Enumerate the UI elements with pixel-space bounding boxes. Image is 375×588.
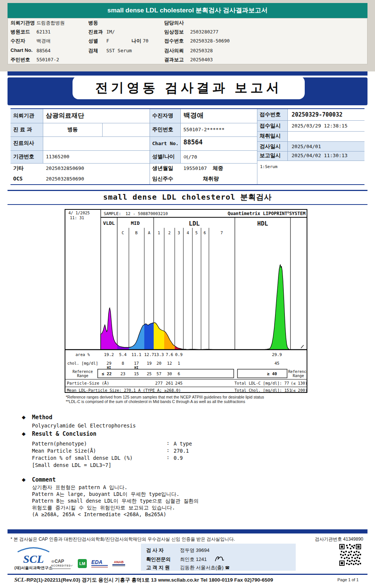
chol-value: 19 xyxy=(147,361,151,366)
total-chol: Total Chol. [mg/dl]: 151 xyxy=(234,388,292,393)
ref-value: 57 xyxy=(156,371,161,376)
sublane-label: 4 xyxy=(187,230,189,235)
cell-value: 19550107 xyxy=(183,165,207,171)
lane-group-label: MID xyxy=(131,220,140,226)
sublane-label: 1 xyxy=(158,230,160,235)
examiner-row: 검 사 자 정두영 39694 xyxy=(146,547,296,554)
sublane-label: 6 xyxy=(204,230,206,235)
ref-label: Range xyxy=(77,374,88,378)
section-rule-bottom xyxy=(8,204,367,205)
cell-value: 2025/04/02 11:30:13 xyxy=(292,153,348,158)
support-value: 김동환 서울서초(출) ☎ xyxy=(180,565,230,570)
field-label: 수진자 xyxy=(11,38,25,44)
area-value: 13.3 xyxy=(154,352,164,357)
chol-value: 1 xyxy=(178,361,180,366)
sublane-label: 5 xyxy=(195,230,198,235)
total-ldl-ref: (≤ 130) xyxy=(291,381,307,385)
sublane-label: 3 xyxy=(178,230,180,235)
cell-label: 채취일시 xyxy=(260,133,281,139)
signature-block: 검 사 자 정두영 39694 확인전문의 최인호 1241 고 객 지 원 김… xyxy=(141,544,296,571)
area-value: 7.6 xyxy=(166,352,173,357)
chol-value: 29 xyxy=(106,361,111,366)
area-value: 11.1 xyxy=(132,352,142,357)
area-row-label: area % xyxy=(76,352,90,357)
sublane-label: A xyxy=(148,230,151,235)
cell-value: 20250329-700032 xyxy=(292,111,342,118)
eda-cert-logo: EDA xyxy=(91,559,108,568)
field-label: 접수번호 xyxy=(164,38,184,44)
cell-sublabel: 채취량 xyxy=(203,176,219,182)
field-value: 20250403 xyxy=(190,57,213,62)
cell-label: 의뢰기관 xyxy=(13,112,34,119)
comment-line: 위험도를 증가시킬 수 있는 위험인자로 보고되고 있습니다. xyxy=(32,505,175,511)
verifier-value: 최인호 1241 xyxy=(180,556,207,562)
mid-a-fraction xyxy=(144,323,154,350)
result-row-value: 0.9 xyxy=(174,455,183,461)
section-title: small dense LDL cholesterol 분획검사 xyxy=(0,192,375,202)
brand-text: Quantimetrix LIPOPRINT®SYSTEM xyxy=(228,211,305,216)
cell-label: 접수번호 xyxy=(260,111,281,118)
particle-value: 245 xyxy=(175,381,183,386)
qr-code xyxy=(339,544,361,567)
cell-label: 기관번호 xyxy=(13,153,34,160)
footer-address-text: RP2(1)-202211(Rev.03) 경기도 용인시 기흥구 흥덕1로 1… xyxy=(27,577,273,583)
field-label: 검체 xyxy=(88,47,98,54)
method-body: Polyacrylamide Gel Electrophoresis xyxy=(32,423,136,429)
field-value: 62131 xyxy=(36,29,51,35)
result-note: [Small dense LDL = LDL3~7] xyxy=(32,462,111,468)
colon: : xyxy=(166,447,169,453)
ref-value: 25 xyxy=(147,371,151,376)
cell-label: 접수일시 xyxy=(260,123,281,129)
cell-value: 병동 xyxy=(43,126,102,133)
ref-value: ≤ 22 xyxy=(102,371,112,376)
cell-value: 삼광의료재단 xyxy=(46,111,84,120)
particle-value: 277 xyxy=(155,381,163,386)
chol-row-label: chol. [mg/dl] xyxy=(67,361,98,365)
scl-logo-text: SCL xyxy=(13,554,54,564)
field-label: 병원코드 xyxy=(11,29,30,35)
cell-value: 11365200 xyxy=(46,154,70,159)
result-row-label: Mean Particle Size(Å) xyxy=(32,448,96,454)
lane-group-label: VLDL xyxy=(103,220,115,226)
order-info-table: 의뢰기관 진 료 과 진료의사 기관번호 기타 OCS 삼광의료재단 병동 11… xyxy=(11,108,364,185)
result-row-label: Fraction % of small dense LDL (%) xyxy=(32,455,133,461)
comment-line: 상기환자 표현형은 pattern A 입니다. xyxy=(32,484,127,491)
cell-label: 진료의사 xyxy=(13,140,34,147)
anab-cert-logo: ANAB xyxy=(112,560,125,567)
cell-label: 보고일시 xyxy=(260,152,281,159)
field-value: 88564 xyxy=(36,48,51,53)
examiner-value: 정두영 39694 xyxy=(180,547,210,553)
page-number: Page 1 of 1 xyxy=(337,577,358,582)
chart-footnote-2: **LDL-C is comprised of the sum of chole… xyxy=(66,399,245,404)
chol-value: 45 xyxy=(274,361,279,366)
field-label: 검사의뢰 xyxy=(164,47,184,54)
field-value: 백경애 xyxy=(36,38,51,44)
scl-org-name: (재)서울의과학연구소 xyxy=(13,565,54,571)
field-label: 나이 xyxy=(132,38,141,44)
examiner-label: 검 사 자 xyxy=(146,547,178,554)
cell-label: 기타 xyxy=(13,165,24,172)
mean-particle: Mean LDL-Particle Size: 270.1 A (TYPE A;… xyxy=(67,388,181,393)
field-label: Chart No. xyxy=(11,47,33,53)
cell-value: 백경애 xyxy=(183,111,204,120)
cell-label: 생년월일 xyxy=(152,165,173,172)
field-value: IM/ xyxy=(106,29,115,35)
signature-scribble-icon xyxy=(213,555,226,563)
chol-value: 12 xyxy=(167,361,172,366)
area-value: 19.2 xyxy=(104,352,114,357)
ref-hdl-value: ≥ 40 xyxy=(267,371,277,376)
particle-label: Particle-Size (Å) xyxy=(67,381,109,386)
cell-label: 임신주수 xyxy=(152,176,173,182)
cap-accredited-logo: ⊕CAP ACCREDITED✓ xyxy=(51,558,73,569)
ref-value: 15 xyxy=(134,371,139,376)
chart-footnote-1: *Reference ranges derived from 125 serum… xyxy=(66,395,264,399)
field-label: 병동 xyxy=(88,20,98,26)
sample-value: 12 - 508870003210 xyxy=(126,211,168,216)
field-label: 진료과 xyxy=(88,29,103,35)
field-label: 결과보고 xyxy=(164,56,184,63)
ref-value: 30 xyxy=(167,371,172,376)
qr-code-icon xyxy=(339,544,361,566)
support-label: 고 객 지 원 xyxy=(146,564,178,571)
field-label: 성별 xyxy=(88,38,98,44)
comment-line: Pattern B는 small dense LDL이 우세한 type으로 심… xyxy=(32,498,199,505)
